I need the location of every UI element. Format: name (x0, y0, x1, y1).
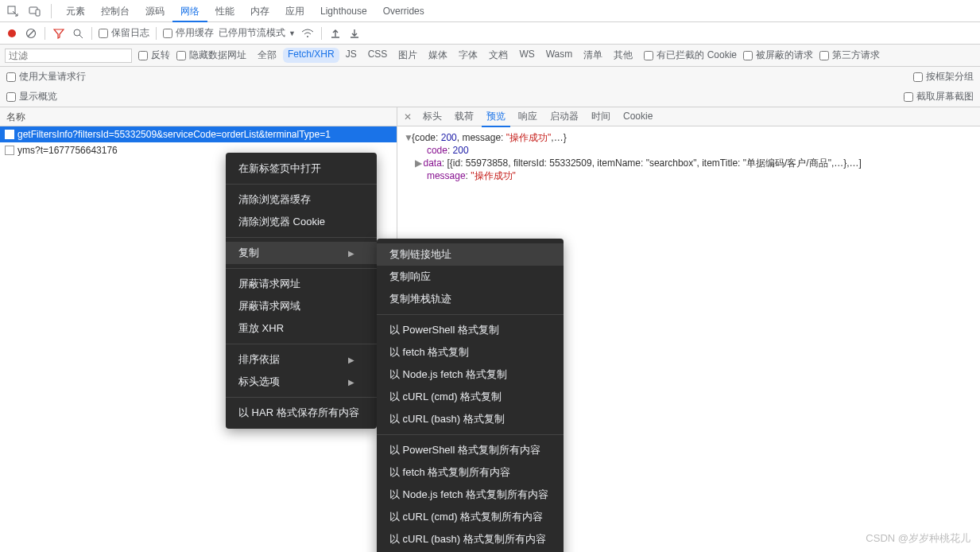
request-name: getFiltersInfo?filtersId=55332509&servic… (17, 129, 331, 140)
copy-option-1[interactable]: 复制响应 (377, 266, 564, 288)
record-icon[interactable] (5, 26, 19, 41)
detail-tab-4[interactable]: 启动器 (545, 107, 583, 127)
svg-point-3 (8, 29, 16, 37)
type-chip-字体[interactable]: 字体 (454, 48, 482, 63)
type-chip-媒体[interactable]: 媒体 (424, 48, 452, 63)
copy-option-8[interactable]: 以 PowerShell 格式复制所有内容 (377, 439, 564, 461)
svg-point-8 (307, 36, 308, 37)
document-icon (5, 130, 14, 139)
third-party-checkbox[interactable]: 第三方请求 (819, 49, 880, 62)
close-icon[interactable]: ✕ (404, 107, 412, 126)
ctx-block-domain[interactable]: 屏蔽请求网域 (226, 295, 377, 317)
copy-option-4[interactable]: 以 fetch 格式复制 (377, 341, 564, 363)
type-chip-CSS[interactable]: CSS (363, 48, 393, 63)
context-menu: 在新标签页中打开 清除浏览器缓存 清除浏览器 Cookie 复制▶ 屏蔽请求网址… (226, 153, 377, 429)
copy-option-12[interactable]: 以 cURL (bash) 格式复制所有内容 (377, 528, 564, 550)
download-icon[interactable] (347, 26, 362, 41)
filter-input[interactable] (5, 49, 132, 63)
detail-tab-5[interactable]: 时间 (587, 107, 615, 127)
ctx-block-url[interactable]: 屏蔽请求网址 (226, 273, 377, 295)
ctx-sort-by[interactable]: 排序依据▶ (226, 348, 377, 371)
blocked-cookies-checkbox[interactable]: 有已拦截的 Cookie (644, 49, 737, 62)
network-toolbar: 保留日志 停用缓存 已停用节流模式▼ (0, 22, 980, 45)
svg-line-5 (28, 30, 34, 37)
ctx-clear-cache[interactable]: 清除浏览器缓存 (226, 189, 377, 211)
blocked-requests-checkbox[interactable]: 被屏蔽的请求 (743, 49, 813, 62)
ctx-open-new-tab[interactable]: 在新标签页中打开 (226, 157, 377, 180)
detail-tab-0[interactable]: 标头 (418, 107, 447, 127)
chevron-right-icon: ▶ (348, 378, 354, 387)
filter-icon[interactable] (52, 26, 66, 41)
type-chip-文档[interactable]: 文档 (484, 48, 513, 63)
copy-option-7[interactable]: 以 cURL (bash) 格式复制 (377, 408, 564, 430)
type-chip-清单[interactable]: 清单 (579, 48, 607, 63)
request-name: yms?t=1677756643176 (17, 145, 118, 156)
main-tab-5[interactable]: 内存 (242, 0, 277, 22)
wifi-icon[interactable] (300, 26, 315, 41)
capture-screenshots-checkbox[interactable]: 截取屏幕截图 (904, 90, 974, 103)
ctx-header-options[interactable]: 标头选项▶ (226, 371, 377, 393)
invert-checkbox[interactable]: 反转 (138, 49, 170, 62)
main-tab-8[interactable]: Overrides (375, 0, 432, 22)
main-tab-0[interactable]: 元素 (58, 0, 93, 22)
copy-submenu: 复制链接地址复制响应复制堆栈轨迹以 PowerShell 格式复制以 fetch… (377, 239, 564, 552)
chevron-right-icon: ▶ (348, 249, 354, 258)
type-chip-WS[interactable]: WS (514, 48, 539, 63)
document-icon (5, 146, 14, 155)
copy-option-5[interactable]: 以 Node.js fetch 格式复制 (377, 363, 564, 386)
filter-bar: 反转 隐藏数据网址 全部Fetch/XHRJSCSS图片媒体字体文档WSWasm… (0, 45, 980, 67)
details-tabs: ✕ 标头载荷预览响应启动器时间Cookie (397, 107, 980, 126)
copy-option-11[interactable]: 以 cURL (cmd) 格式复制所有内容 (377, 506, 564, 528)
main-tab-3[interactable]: 网络 (172, 0, 207, 22)
type-chip-Wasm[interactable]: Wasm (541, 48, 578, 63)
copy-option-10[interactable]: 以 Node.js fetch 格式复制所有内容 (377, 484, 564, 506)
upload-icon[interactable] (328, 26, 343, 41)
disable-cache-checkbox[interactable]: 停用缓存 (163, 26, 214, 40)
type-chip-全部[interactable]: 全部 (253, 48, 281, 63)
disable-cache-label: 停用缓存 (176, 26, 214, 40)
preserve-log-checkbox[interactable]: 保留日志 (99, 26, 149, 40)
request-row[interactable]: getFiltersInfo?filtersId=55332509&servic… (0, 126, 397, 142)
detail-tab-1[interactable]: 载荷 (450, 107, 478, 127)
main-tab-6[interactable]: 应用 (277, 0, 312, 22)
ctx-save-har[interactable]: 以 HAR 格式保存所有内容 (226, 402, 377, 424)
type-chip-Fetch/XHR[interactable]: Fetch/XHR (283, 48, 339, 63)
show-overview-checkbox[interactable]: 显示概览 (6, 90, 57, 103)
main-tab-1[interactable]: 控制台 (93, 0, 138, 22)
svg-point-6 (74, 29, 80, 36)
devtools-tabbar: 元素控制台源码网络性能内存应用LighthouseOverrides (0, 0, 980, 22)
inspect-icon[interactable] (3, 2, 22, 21)
copy-option-9[interactable]: 以 fetch 格式复制所有内容 (377, 461, 564, 484)
search-icon[interactable] (71, 26, 85, 41)
name-column-header[interactable]: 名称 (0, 107, 397, 126)
group-by-frame-checkbox[interactable]: 按框架分组 (913, 70, 974, 84)
ctx-copy-submenu[interactable]: 复制▶ (226, 242, 377, 264)
device-icon[interactable] (25, 2, 45, 21)
chevron-right-icon: ▶ (348, 356, 354, 364)
ctx-replay-xhr[interactable]: 重放 XHR (226, 317, 377, 340)
copy-option-0[interactable]: 复制链接地址 (377, 243, 564, 266)
main-tab-4[interactable]: 性能 (207, 0, 242, 22)
detail-tab-6[interactable]: Cookie (618, 107, 657, 127)
svg-line-7 (79, 35, 83, 38)
watermark: CSDN @岁岁种桃花儿 (866, 531, 970, 546)
type-chip-其他[interactable]: 其他 (609, 48, 637, 63)
copy-option-2[interactable]: 复制堆栈轨迹 (377, 288, 564, 310)
throttle-dropdown[interactable]: 已停用节流模式▼ (219, 26, 296, 40)
type-chip-图片[interactable]: 图片 (393, 48, 422, 63)
main-tab-2[interactable]: 源码 (138, 0, 172, 22)
big-rows-checkbox[interactable]: 使用大量请求行 (6, 70, 86, 84)
detail-tab-3[interactable]: 响应 (513, 107, 542, 127)
copy-option-3[interactable]: 以 PowerShell 格式复制 (377, 319, 564, 341)
clear-icon[interactable] (24, 26, 38, 41)
main-tab-7[interactable]: Lighthouse (312, 0, 375, 22)
type-chip-JS[interactable]: JS (341, 48, 362, 63)
detail-tab-2[interactable]: 预览 (482, 107, 510, 127)
svg-rect-2 (36, 10, 40, 16)
hide-data-urls-checkbox[interactable]: 隐藏数据网址 (176, 49, 246, 62)
preserve-log-label: 保留日志 (111, 26, 149, 40)
copy-option-6[interactable]: 以 cURL (cmd) 格式复制 (377, 386, 564, 408)
ctx-clear-cookies[interactable]: 清除浏览器 Cookie (226, 211, 377, 233)
option-rows: 使用大量请求行 按框架分组 显示概览 截取屏幕截图 (0, 67, 980, 107)
